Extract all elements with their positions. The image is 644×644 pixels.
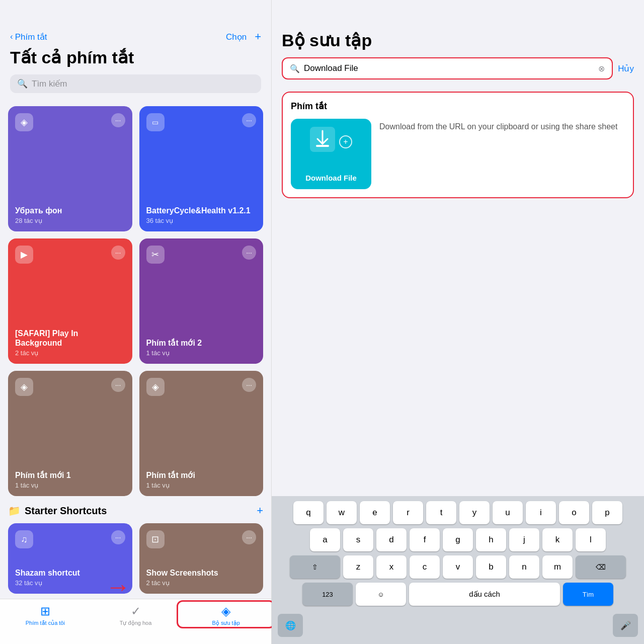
key-o[interactable]: o bbox=[559, 501, 589, 524]
select-button[interactable]: Chọn bbox=[226, 32, 247, 42]
key-z[interactable]: z bbox=[343, 555, 373, 579]
automation-icon: ✓ bbox=[131, 604, 141, 618]
nav-back-label[interactable]: Phím tắt bbox=[15, 32, 47, 42]
left-panel: ‹ Phím tắt Chọn + Tất cả phím tắt 🔍 Tìm … bbox=[0, 0, 272, 644]
card-tasks-5: 1 tác vụ bbox=[15, 481, 125, 489]
shortcut-card-4[interactable]: ✂ ··· Phím tắt mới 2 1 tác vụ bbox=[139, 238, 264, 364]
starter-name-2: Show Screenshots bbox=[146, 568, 257, 578]
clear-search-button[interactable]: ⊗ bbox=[598, 64, 605, 73]
starter-card-2[interactable]: ⊡ ··· Show Screenshots 2 tác vụ bbox=[139, 523, 264, 594]
tab-my-shortcuts[interactable]: ⊞ Phím tắt của tôi bbox=[0, 604, 91, 626]
key-i[interactable]: i bbox=[526, 501, 556, 524]
key-shift[interactable]: ⇧ bbox=[290, 555, 340, 579]
add-button[interactable]: + bbox=[255, 30, 261, 43]
card-name-3: [SAFARI] Play In Background bbox=[15, 329, 125, 348]
left-header: ‹ Phím tắt Chọn + Tất cả phím tắt 🔍 Tìm … bbox=[0, 0, 271, 106]
key-backspace[interactable]: ⌫ bbox=[576, 555, 626, 579]
tab-automation[interactable]: ✓ Tự động hoa → bbox=[91, 604, 181, 626]
key-y[interactable]: y bbox=[459, 501, 490, 524]
card-icon-4: ✂ bbox=[146, 246, 165, 264]
card-name-1: Убрать фон bbox=[15, 206, 125, 215]
shortcuts-grid: ◈ ··· Убрать фон 28 tác vụ ▭ ··· Battery… bbox=[0, 106, 271, 496]
key-r[interactable]: r bbox=[393, 501, 423, 524]
key-emoji[interactable]: ☺ bbox=[356, 583, 406, 606]
plus-icon: + bbox=[339, 135, 352, 148]
cancel-button[interactable]: Hủy bbox=[618, 63, 634, 74]
key-x[interactable]: x bbox=[376, 555, 407, 579]
shortcut-card-2[interactable]: ▭ ··· BatteryCycle&Health v1.2.1 36 tác … bbox=[139, 106, 264, 231]
nav-back-button[interactable]: ‹ Phím tắt bbox=[10, 32, 47, 42]
key-b[interactable]: b bbox=[476, 555, 506, 579]
folder-icon: 📁 bbox=[8, 505, 21, 517]
key-g[interactable]: g bbox=[443, 528, 473, 551]
key-search[interactable]: Tìm bbox=[563, 583, 613, 606]
shortcut-card-3[interactable]: ▶ ··· [SAFARI] Play In Background 2 tác … bbox=[8, 238, 132, 364]
key-c[interactable]: c bbox=[410, 555, 440, 579]
key-a[interactable]: a bbox=[310, 528, 340, 551]
starter-header: 📁 Starter Shortcuts + bbox=[8, 504, 263, 517]
keyboard-row-3: ⇧ z x c v b n m ⌫ bbox=[274, 555, 642, 579]
key-space[interactable]: dấu cách bbox=[409, 583, 560, 606]
results-box: Phím tắt + Download File bbox=[282, 92, 634, 198]
starter-more-1[interactable]: ··· bbox=[111, 530, 125, 544]
card-more-1[interactable]: ··· bbox=[111, 113, 125, 127]
key-s[interactable]: s bbox=[343, 528, 373, 551]
key-u[interactable]: u bbox=[493, 501, 523, 524]
starter-grid: ♫ ··· Shazam shortcut 32 tác vụ ⊡ ··· Sh… bbox=[8, 523, 263, 594]
left-page-title: Tất cả phím tắt bbox=[10, 47, 261, 67]
keyboard-row-4: 123 ☺ dấu cách Tìm bbox=[274, 583, 642, 606]
key-d[interactable]: d bbox=[376, 528, 407, 551]
card-name-4: Phím tắt mới 2 bbox=[146, 338, 257, 348]
starter-more-2[interactable]: ··· bbox=[242, 530, 256, 544]
card-more-5[interactable]: ··· bbox=[111, 378, 125, 392]
card-tasks-6: 1 tác vụ bbox=[146, 481, 257, 489]
shortcut-card-1[interactable]: ◈ ··· Убрать фон 28 tác vụ bbox=[8, 106, 132, 231]
starter-icon-2: ⊡ bbox=[146, 530, 165, 548]
card-more-3[interactable]: ··· bbox=[111, 246, 125, 260]
right-search-input[interactable]: Download File bbox=[304, 63, 594, 73]
thumb-icon-area: + bbox=[310, 127, 352, 156]
key-h[interactable]: h bbox=[476, 528, 506, 551]
key-w[interactable]: w bbox=[327, 501, 357, 524]
card-tasks-3: 2 tác vụ bbox=[15, 349, 125, 357]
key-t[interactable]: t bbox=[426, 501, 456, 524]
key-globe[interactable]: 🌐 bbox=[278, 614, 303, 637]
card-more-2[interactable]: ··· bbox=[242, 113, 256, 127]
card-icon-1: ◈ bbox=[15, 113, 33, 131]
starter-add-button[interactable]: + bbox=[257, 504, 263, 517]
result-item-download[interactable]: + Download File Download from the URL on… bbox=[291, 119, 625, 189]
tab-gallery[interactable]: ◈ Bộ sưu tập bbox=[181, 604, 271, 626]
key-mic[interactable]: 🎤 bbox=[613, 614, 638, 637]
tab-my-shortcuts-label: Phím tắt của tôi bbox=[26, 620, 65, 626]
left-search-bar[interactable]: 🔍 Tìm kiếm bbox=[10, 74, 261, 93]
keyboard-row-1: q w e r t y u i o p bbox=[274, 501, 642, 524]
key-q[interactable]: q bbox=[293, 501, 324, 524]
results-section: Phím tắt + Download File bbox=[272, 85, 644, 205]
tab-automation-label: Tự động hoa bbox=[120, 620, 152, 626]
right-search-bar[interactable]: 🔍 Download File ⊗ bbox=[282, 57, 613, 79]
shortcut-card-5[interactable]: ◈ ··· Phím tắt mới 1 1 tác vụ bbox=[8, 371, 132, 496]
results-title: Phím tắt bbox=[291, 101, 625, 112]
key-l[interactable]: l bbox=[576, 528, 606, 551]
key-numbers[interactable]: 123 bbox=[302, 583, 353, 606]
my-shortcuts-icon: ⊞ bbox=[40, 604, 50, 618]
key-v[interactable]: v bbox=[443, 555, 473, 579]
key-f[interactable]: f bbox=[410, 528, 440, 551]
key-n[interactable]: n bbox=[509, 555, 539, 579]
result-card-thumb[interactable]: + Download File bbox=[291, 119, 371, 189]
starter-title: Starter Shortcuts bbox=[25, 505, 107, 517]
tab-bar: ⊞ Phím tắt của tôi ✓ Tự động hoa → ◈ Bộ … bbox=[0, 599, 271, 644]
key-m[interactable]: m bbox=[542, 555, 573, 579]
key-j[interactable]: j bbox=[509, 528, 539, 551]
card-more-6[interactable]: ··· bbox=[242, 378, 256, 392]
key-p[interactable]: p bbox=[592, 501, 622, 524]
card-more-4[interactable]: ··· bbox=[242, 246, 256, 260]
svg-rect-1 bbox=[316, 145, 329, 147]
key-k[interactable]: k bbox=[542, 528, 573, 551]
keyboard: q w e r t y u i o p a s d f g h j k l ⇧ … bbox=[272, 496, 644, 644]
gallery-icon: ◈ bbox=[221, 604, 230, 618]
key-e[interactable]: e bbox=[360, 501, 390, 524]
shortcut-card-6[interactable]: ◈ ··· Phím tắt mới 1 tác vụ bbox=[139, 371, 264, 496]
card-name-6: Phím tắt mới bbox=[146, 470, 257, 480]
card-icon-3: ▶ bbox=[15, 246, 33, 264]
